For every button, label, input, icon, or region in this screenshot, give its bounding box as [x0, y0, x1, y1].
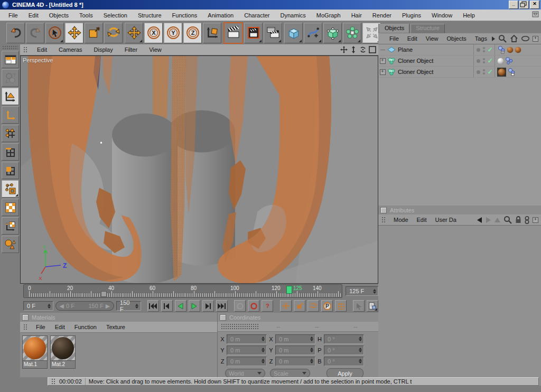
current-frame-marker[interactable] — [286, 286, 292, 294]
object-name[interactable]: Plane — [396, 46, 473, 53]
spinner[interactable] — [260, 337, 265, 341]
uv-polygons-mode-icon[interactable] — [2, 180, 19, 198]
key-parameter-icon[interactable]: P — [321, 300, 333, 312]
viewport-zoom-icon[interactable] — [350, 46, 357, 53]
spinner[interactable] — [260, 348, 265, 352]
objects-menu-file[interactable]: File — [385, 35, 403, 42]
objects-menu-objects[interactable]: Objects — [442, 35, 470, 42]
spinner[interactable] — [358, 337, 362, 341]
coordinate-system-icon[interactable] — [203, 23, 221, 43]
rotate-tool-icon[interactable] — [104, 23, 123, 43]
viewport-menu-edit[interactable]: Edit — [31, 46, 53, 53]
menu-dynamics[interactable]: Dynamics — [275, 12, 311, 18]
menu-render[interactable]: Render — [367, 12, 397, 18]
timeline-ruler[interactable]: 0 20 40 60 80 100 120 140 125 — [23, 284, 342, 298]
spinner[interactable] — [309, 337, 314, 341]
keyframe-selection-icon[interactable] — [335, 300, 347, 312]
visibility-editor-dot[interactable] — [483, 69, 485, 71]
visibility-editor-dot[interactable] — [483, 58, 485, 60]
model-mode-icon[interactable] — [2, 88, 19, 105]
range-start-spinner[interactable] — [47, 304, 52, 309]
texture-mode-icon[interactable] — [2, 199, 19, 216]
menu-tools[interactable]: Tools — [74, 12, 98, 18]
add-spline-icon[interactable] — [304, 23, 322, 43]
material-tag-icon[interactable] — [507, 46, 514, 53]
viewport-maximize-icon[interactable] — [369, 46, 376, 53]
panel-box-icon[interactable] — [380, 207, 387, 213]
pos-y-field[interactable]: 0 m — [227, 346, 267, 355]
material-tag-icon[interactable] — [497, 58, 504, 64]
viewport-grip[interactable] — [23, 46, 28, 53]
pos-z-field[interactable]: 0 m — [227, 357, 267, 366]
size-y-field[interactable]: 0 m — [275, 346, 315, 355]
menu-animation[interactable]: Animation — [202, 12, 239, 18]
attributes-menu-edit[interactable]: Edit — [413, 217, 431, 223]
move-axis-lock-icon[interactable] — [125, 23, 143, 43]
add-panel-icon[interactable]: + — [533, 36, 538, 42]
object-row-plane[interactable]: Plane ✓ — [378, 44, 541, 55]
menu-character[interactable]: Character — [239, 12, 275, 18]
rot-b-field[interactable]: 0 ° — [324, 357, 364, 366]
phong-tag-icon[interactable] — [507, 68, 516, 76]
render-settings-icon[interactable] — [264, 23, 282, 43]
home-icon[interactable] — [510, 34, 518, 43]
frame-spinner[interactable] — [372, 289, 377, 294]
key-position-icon[interactable] — [280, 300, 292, 312]
material-thumbnail[interactable] — [22, 335, 48, 361]
menu-functions[interactable]: Functions — [167, 12, 203, 18]
record-keyframe-icon[interactable] — [248, 300, 259, 312]
enabled-check-icon[interactable]: ✓ — [488, 46, 495, 53]
size-x-field[interactable]: 0 m — [275, 334, 315, 344]
restore-button[interactable] — [519, 1, 529, 9]
object-row-cloner-1[interactable]: + Cloner Object ✓ — [378, 55, 541, 67]
layer-dot[interactable] — [477, 59, 480, 63]
menu-hair[interactable]: Hair — [346, 12, 367, 18]
transform-mode-dropdown[interactable]: Scale — [270, 369, 310, 378]
texture-axis-mode-icon[interactable] — [2, 217, 19, 235]
rot-h-field[interactable]: 0 ° — [324, 334, 364, 344]
palette-grip[interactable] — [2, 45, 18, 50]
points-mode-icon[interactable] — [2, 125, 19, 142]
menu-help[interactable]: Help — [458, 12, 480, 18]
visibility-render-dot[interactable] — [483, 50, 485, 52]
layer-dot[interactable] — [477, 48, 480, 52]
viewport-menu-view[interactable]: View — [143, 46, 167, 53]
undo-icon[interactable] — [6, 23, 25, 43]
autokey-help-icon[interactable]: ? — [262, 300, 273, 312]
panel-box-icon[interactable] — [220, 314, 226, 321]
objects-menu-view[interactable]: View — [422, 35, 443, 42]
range-start-field[interactable]: 0 F — [23, 301, 53, 311]
goto-start-icon[interactable] — [147, 300, 159, 312]
lock-y-axis-icon[interactable]: Y — [164, 23, 182, 43]
mograph-tag-icon[interactable] — [505, 57, 514, 65]
material-tag-icon[interactable] — [497, 68, 506, 77]
expand-icon[interactable]: + — [380, 58, 386, 64]
viewport-pan-icon[interactable] — [340, 46, 348, 53]
move-tool-icon[interactable] — [65, 23, 83, 43]
document-settings-icon[interactable] — [367, 300, 378, 312]
spinner[interactable] — [358, 348, 362, 352]
link-pair-icon[interactable] — [525, 216, 529, 224]
material-item-1[interactable]: Mat.1 — [22, 335, 48, 369]
add-panel-icon[interactable]: + — [533, 217, 538, 223]
menu-file[interactable]: File — [3, 12, 23, 18]
render-view-icon[interactable] — [223, 22, 243, 44]
search-icon[interactable] — [503, 216, 512, 224]
visibility-editor-dot[interactable] — [483, 47, 485, 49]
menu-structure[interactable]: Structure — [133, 12, 167, 18]
pos-x-field[interactable]: 0 m — [227, 334, 267, 344]
materials-menu-edit[interactable]: Edit — [50, 324, 70, 330]
size-z-field[interactable]: 0 m — [275, 357, 315, 366]
spinner[interactable] — [358, 359, 362, 363]
timeline-scrub-handle[interactable] — [101, 291, 107, 297]
layer-dot[interactable] — [477, 70, 480, 74]
search-icon[interactable] — [498, 34, 507, 43]
material-tag-icon[interactable] — [515, 46, 521, 53]
play-forwards-icon[interactable] — [189, 300, 200, 312]
status-grip[interactable] — [51, 378, 56, 385]
object-name[interactable]: Cloner Object — [396, 69, 473, 75]
spinner[interactable] — [309, 359, 314, 363]
minimize-button[interactable]: _ — [509, 1, 518, 9]
restore-child-window-icon[interactable] — [532, 11, 539, 17]
menu-window[interactable]: Window — [426, 12, 458, 18]
